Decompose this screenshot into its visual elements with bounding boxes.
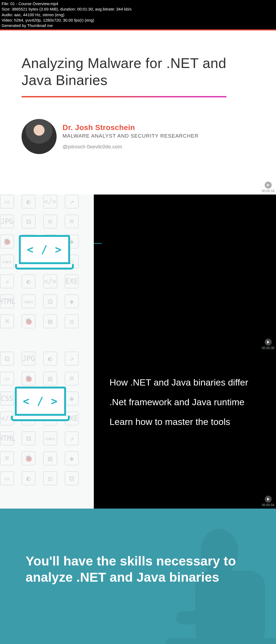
file-metadata-banner: File: 01 - Course Overview.mp4 Size: 386… [0, 0, 276, 30]
timestamp-1: 00:00:18 [262, 189, 274, 193]
meta-file: File: 01 - Course Overview.mp4 [2, 1, 274, 6]
meta-video: Video: h264, yuv420p, 1280x720, 30.00 fp… [2, 18, 274, 23]
meta-audio: Audio: aac, 44100 Hz, stereo (eng) [2, 12, 274, 18]
laptop-code-icon: < / > [15, 387, 66, 423]
slide-2-right: 00:00:36 [94, 195, 276, 352]
laptop-code-icon: < / > [19, 235, 70, 271]
meta-generated: Generated by Thumbnail me [2, 23, 274, 28]
slide-2-left-pattern: ▭◐</>↗ JPG⧉≡⌘ 🐞▤⧈◆ ▭▭CSS◧⌂ ↗◐</>EXE HTML… [0, 195, 94, 352]
author-text: Dr. Josh Stroschein MALWARE ANALYST AND … [63, 123, 199, 150]
thumbnail-marker-1: 00:00:18 [262, 182, 274, 193]
conclusion-headline: You'll have the skills necessary to anal… [26, 553, 250, 585]
accent-line [94, 243, 102, 244]
svg-rect-2 [176, 611, 214, 625]
bullet-2: .Net framework and Java runtime [109, 397, 263, 407]
author-avatar [22, 119, 57, 154]
thumbnail-marker-3: 00:00:54 [262, 496, 274, 507]
slide-3-left-pattern: ⧉JPG◐↗ ▭🐞▤⌘ CSS▭▭◧◆ </>◐⧈EXE HTML⧉▭▭↗ ⌘🐞… [0, 352, 94, 509]
bullet-list: How .NET and Java binaries differ .Net f… [94, 352, 276, 427]
author-role: MALWARE ANALYST AND SECURITY RESEARCHER [63, 133, 199, 139]
course-title: Analyzing Malware for .NET and Java Bina… [22, 55, 254, 88]
author-name: Dr. Josh Stroschein [63, 123, 199, 132]
title-underline [22, 96, 226, 97]
bullet-1: How .NET and Java binaries differ [109, 377, 263, 388]
code-glyph: < / > [23, 395, 58, 407]
meta-size: Size: 3865521 bytes (3.69 MiB), duration… [2, 6, 274, 12]
doodle-pattern: ⧉JPG◐↗ ▭🐞▤⌘ CSS▭▭◧◆ </>◐⧈EXE HTML⧉▭▭↗ ⌘🐞… [0, 352, 94, 509]
timestamp-3: 00:00:54 [262, 503, 274, 507]
slide-3-right: How .NET and Java binaries differ .Net f… [94, 352, 276, 509]
bullet-3: Learn how to master the tools [109, 417, 263, 427]
title-slide: Analyzing Malware for .NET and Java Bina… [0, 30, 276, 195]
thumbnail-marker-2: 00:00:36 [262, 339, 274, 350]
timestamp-2: 00:00:36 [262, 346, 274, 350]
slide-2: ▭◐</>↗ JPG⧉≡⌘ 🐞▤⧈◆ ▭▭CSS◧⌂ ↗◐</>EXE HTML… [0, 195, 276, 352]
play-icon [265, 182, 272, 189]
play-icon [265, 496, 272, 503]
author-block: Dr. Josh Stroschein MALWARE ANALYST AND … [22, 119, 254, 154]
author-handle: @jstrosch 0xevilc0de.com [63, 144, 199, 150]
slide-3: ⧉JPG◐↗ ▭🐞▤⌘ CSS▭▭◧◆ </>◐⧈EXE HTML⧉▭▭↗ ⌘🐞… [0, 352, 276, 509]
svg-rect-3 [165, 638, 276, 644]
code-glyph: < / > [27, 243, 62, 256]
doodle-pattern: ▭◐</>↗ JPG⧉≡⌘ 🐞▤⧈◆ ▭▭CSS◧⌂ ↗◐</>EXE HTML… [0, 195, 94, 352]
play-icon [265, 339, 272, 346]
slide-4: You'll have the skills necessary to anal… [0, 509, 276, 644]
